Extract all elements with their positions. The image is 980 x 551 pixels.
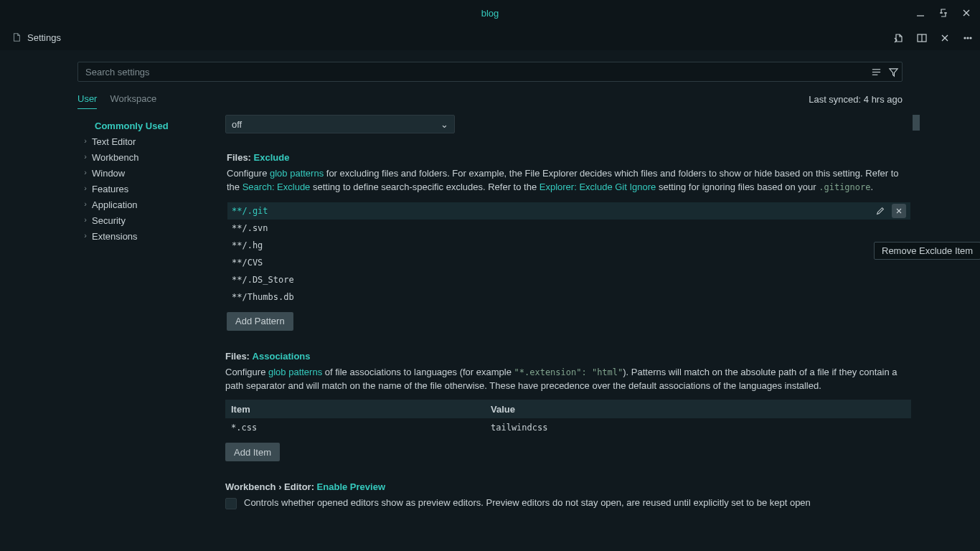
svg-point-9 xyxy=(964,37,966,39)
exclude-item[interactable]: **/.hg xyxy=(227,237,910,254)
setting-description: Configure glob patterns of file associat… xyxy=(225,366,911,393)
tooltip-remove-exclude: Remove Exclude Item xyxy=(874,242,980,260)
chevron-right-icon: › xyxy=(82,152,89,161)
tab-label: Settings xyxy=(27,32,61,43)
exclude-pattern: **/.hg xyxy=(232,240,263,250)
tab-settings[interactable]: Settings xyxy=(4,26,68,50)
title-bar: blog xyxy=(0,0,980,26)
settings-editor: User Workspace Last synced: 4 hrs ago Co… xyxy=(0,50,980,551)
search-input[interactable] xyxy=(78,67,867,77)
chevron-down-icon: ⌄ xyxy=(440,119,448,130)
setting-enable-preview: Workbench › Editor: Enable Preview Contr… xyxy=(225,481,911,510)
restore-icon[interactable] xyxy=(936,5,951,21)
split-editor-icon[interactable] xyxy=(914,30,930,46)
chevron-right-icon: › xyxy=(82,184,89,192)
settings-toc: Commonly Used ›Text Editor ›Workbench ›W… xyxy=(77,108,225,551)
exclude-item[interactable]: **/CVS xyxy=(227,254,910,271)
window-controls xyxy=(913,0,974,26)
add-pattern-button[interactable]: Add Pattern xyxy=(227,312,293,331)
exclude-pattern: **/.git xyxy=(232,206,268,216)
col-item: Item xyxy=(225,404,485,415)
toc-workbench[interactable]: ›Workbench xyxy=(77,149,225,165)
close-tab-icon[interactable] xyxy=(937,30,953,46)
settings-content: off ⌄ Files: Exclude Configure glob patt… xyxy=(225,108,980,551)
file-icon xyxy=(11,32,23,44)
chevron-right-icon: › xyxy=(82,231,89,240)
exclude-list: **/.git **/.svn **/.hg **/CVS **/.DS_Sto… xyxy=(227,202,911,306)
toc-features[interactable]: ›Features xyxy=(77,181,225,197)
setting-files-exclude: Files: Exclude Configure glob patterns f… xyxy=(225,152,911,331)
window-title: blog xyxy=(481,8,499,19)
dropdown-value: off xyxy=(232,119,242,130)
exclude-pattern: **/Thumbs.db xyxy=(232,292,294,302)
link-search-exclude[interactable]: Search: Exclude xyxy=(242,182,311,192)
edit-icon[interactable] xyxy=(873,204,887,218)
toc-text-editor[interactable]: ›Text Editor xyxy=(77,133,225,149)
add-item-button[interactable]: Add Item xyxy=(225,443,280,461)
assoc-table-head: Item Value xyxy=(225,400,911,418)
link-glob-patterns[interactable]: glob patterns xyxy=(268,367,322,377)
chevron-right-icon: › xyxy=(82,168,89,176)
scope-user-tab[interactable]: User xyxy=(77,89,97,109)
setting-section: Files: xyxy=(225,351,250,362)
exclude-item[interactable]: **/.git xyxy=(227,202,910,220)
exclude-item[interactable]: **/Thumbs.db xyxy=(227,288,910,306)
setting-key: Exclude xyxy=(254,152,290,163)
scope-row: User Workspace Last synced: 4 hrs ago xyxy=(0,86,980,108)
svg-point-10 xyxy=(967,37,969,39)
exclude-pattern: **/.DS_Store xyxy=(232,275,294,285)
setting-files-associations: Files: Associations Configure glob patte… xyxy=(225,351,911,462)
code-gitignore: .gitignore xyxy=(819,182,870,192)
setting-key: Associations xyxy=(253,351,311,362)
exclude-pattern: **/.svn xyxy=(232,223,268,233)
exclude-pattern: **/CVS xyxy=(232,258,263,268)
more-actions-icon[interactable] xyxy=(960,30,976,46)
exclude-item[interactable]: **/.DS_Store xyxy=(227,271,910,288)
setting-section: Files: xyxy=(227,152,251,163)
svg-point-11 xyxy=(970,37,971,39)
assoc-row[interactable]: *.css tailwindcss xyxy=(225,418,911,437)
assoc-value: tailwindcss xyxy=(485,423,911,433)
tab-bar: Settings xyxy=(0,26,980,50)
remove-icon[interactable] xyxy=(892,204,906,218)
setting-description: Controls whether opened editors show as … xyxy=(244,496,811,510)
search-row xyxy=(77,62,903,82)
code-example: "*.extension": "html" xyxy=(514,367,623,377)
sync-status[interactable]: Last synced: 4 hrs ago xyxy=(809,94,903,105)
toc-commonly-used[interactable]: Commonly Used xyxy=(77,118,225,133)
toc-security[interactable]: ›Security xyxy=(77,212,225,228)
setting-section: Workbench › Editor: xyxy=(225,481,314,492)
setting-key: Enable Preview xyxy=(317,481,385,492)
chevron-right-icon: › xyxy=(82,199,89,208)
close-window-icon[interactable] xyxy=(958,5,974,21)
link-glob-patterns[interactable]: glob patterns xyxy=(270,168,324,179)
exclude-item[interactable]: **/.svn xyxy=(227,220,910,237)
checkbox-enable-preview[interactable] xyxy=(225,498,237,509)
chevron-right-icon: › xyxy=(82,215,89,224)
svg-marker-15 xyxy=(889,68,897,75)
chevron-right-icon: › xyxy=(82,136,89,145)
toc-extensions[interactable]: ›Extensions xyxy=(77,228,225,244)
open-json-icon[interactable] xyxy=(891,30,907,46)
autosave-dropdown[interactable]: off ⌄ xyxy=(225,115,455,133)
clear-search-icon[interactable] xyxy=(867,63,885,80)
assoc-item: *.css xyxy=(225,423,485,433)
col-value: Value xyxy=(485,404,911,415)
scrollbar-thumb[interactable] xyxy=(913,115,920,131)
tab-actions xyxy=(891,30,976,46)
minimize-icon[interactable] xyxy=(913,5,928,21)
setting-description: Configure glob patterns for excluding fi… xyxy=(227,167,911,194)
toc-window[interactable]: ›Window xyxy=(77,165,225,181)
link-explorer-exclude[interactable]: Explorer: Exclude Git Ignore xyxy=(540,182,656,192)
filter-icon[interactable] xyxy=(885,63,902,80)
scope-workspace-tab[interactable]: Workspace xyxy=(110,89,156,109)
toc-application[interactable]: ›Application xyxy=(77,197,225,212)
